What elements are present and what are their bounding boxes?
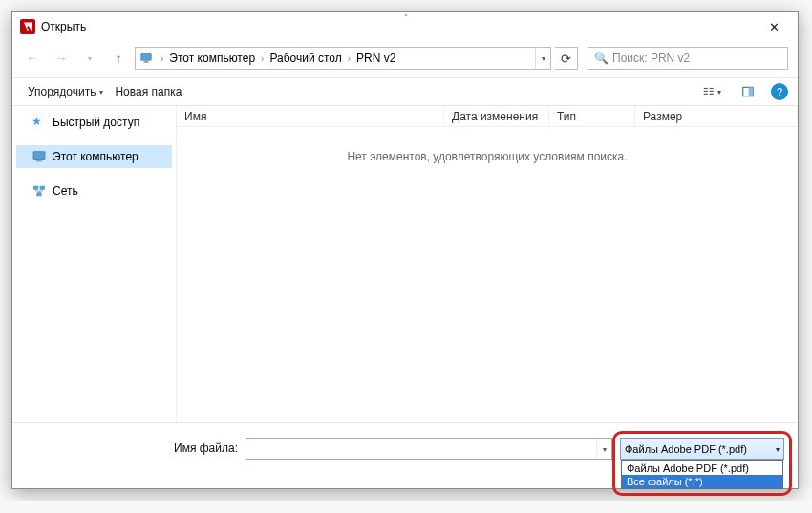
svg-rect-12 xyxy=(37,160,41,160)
file-type-selected: Файлы Adobe PDF (*.pdf) xyxy=(625,443,747,455)
open-file-dialog: Открыть ✕ ← → ▾ ↑ › Этот компьютер › Раб… xyxy=(11,11,799,489)
breadcrumb-item[interactable]: PRN v2 xyxy=(354,52,397,65)
filename-field[interactable] xyxy=(246,442,596,456)
navigation-pane: ★ Быстрый доступ Этот компьютер Сеть xyxy=(12,106,177,422)
filename-input[interactable]: ▾ xyxy=(246,438,612,460)
svg-rect-4 xyxy=(704,91,708,92)
file-type-option[interactable]: Все файлы (*.*) xyxy=(622,475,782,488)
file-type-filter: Файлы Adobe PDF (*.pdf) ▾ Файлы Adobe PD… xyxy=(620,438,784,460)
search-icon: 🔍 xyxy=(594,52,609,65)
chevron-down-icon: ▾ xyxy=(776,445,780,454)
filename-history-dropdown[interactable]: ▾ xyxy=(596,439,611,459)
sidebar-item-label: Этот компьютер xyxy=(53,150,139,163)
search-input[interactable]: 🔍 Поиск: PRN v2 xyxy=(588,47,788,70)
sort-indicator-icon: ˄ xyxy=(404,13,408,22)
preview-pane-button[interactable] xyxy=(731,81,765,102)
sidebar-item-network[interactable]: Сеть xyxy=(16,180,172,203)
svg-rect-6 xyxy=(710,88,714,89)
svg-rect-1 xyxy=(144,61,148,62)
network-icon xyxy=(32,183,47,199)
svg-rect-7 xyxy=(710,91,714,92)
file-type-option[interactable]: Файлы Adobe PDF (*.pdf) xyxy=(622,461,782,475)
pc-icon xyxy=(136,52,157,65)
back-button[interactable]: ← xyxy=(20,47,45,70)
breadcrumb[interactable]: › Этот компьютер › Рабочий стол › PRN v2… xyxy=(135,47,551,70)
svg-rect-5 xyxy=(704,94,708,95)
dialog-title: Открыть xyxy=(41,20,754,33)
chevron-right-icon: › xyxy=(257,53,267,64)
help-button[interactable]: ? xyxy=(771,83,788,100)
chevron-right-icon: › xyxy=(157,53,167,64)
navigation-row: ← → ▾ ↑ › Этот компьютер › Рабочий стол … xyxy=(12,41,798,77)
column-size[interactable]: Размер xyxy=(635,106,798,126)
svg-rect-3 xyxy=(704,88,708,89)
file-list-area: Имя ˄ Дата изменения Тип Размер Нет элем… xyxy=(177,106,798,422)
bottom-panel: Имя файла: ▾ Файлы Adobe PDF (*.pdf) ▾ Ф… xyxy=(12,422,798,488)
search-placeholder: Поиск: PRN v2 xyxy=(612,52,690,65)
forward-button[interactable]: → xyxy=(49,47,74,70)
column-date[interactable]: Дата изменения xyxy=(444,106,549,126)
toolbar: Упорядочить ▾ Новая папка ▾ ? xyxy=(12,77,798,106)
svg-rect-0 xyxy=(141,53,152,60)
recent-locations-button[interactable]: ▾ xyxy=(77,47,102,70)
svg-rect-13 xyxy=(36,161,43,162)
up-button[interactable]: ↑ xyxy=(106,47,131,70)
new-folder-button[interactable]: Новая папка xyxy=(109,82,187,101)
sidebar-item-label: Сеть xyxy=(53,184,78,198)
organize-button[interactable]: Упорядочить ▾ xyxy=(22,82,109,101)
column-headers: Имя ˄ Дата изменения Тип Размер xyxy=(177,106,798,127)
svg-rect-8 xyxy=(710,94,714,95)
breadcrumb-item[interactable]: Этот компьютер xyxy=(167,52,257,65)
file-list: Нет элементов, удовлетворяющих условиям … xyxy=(177,127,798,422)
adobe-icon xyxy=(20,19,35,34)
refresh-button[interactable]: ⟳ xyxy=(555,47,578,70)
filename-label: Имя файла: xyxy=(174,438,238,455)
svg-rect-14 xyxy=(33,186,38,190)
file-type-select[interactable]: Файлы Adobe PDF (*.pdf) ▾ Файлы Adobe PD… xyxy=(620,438,784,460)
svg-rect-15 xyxy=(40,186,45,190)
chevron-down-icon: ▾ xyxy=(99,88,103,96)
column-type[interactable]: Тип xyxy=(549,106,635,126)
view-options-button[interactable]: ▾ xyxy=(694,81,729,102)
organize-label: Упорядочить xyxy=(28,85,96,98)
close-button[interactable]: ✕ xyxy=(754,13,794,40)
sidebar-item-this-pc[interactable]: Этот компьютер xyxy=(16,145,172,168)
sidebar-item-quick-access[interactable]: ★ Быстрый доступ xyxy=(16,111,172,134)
sidebar-item-label: Быстрый доступ xyxy=(53,116,139,129)
file-type-dropdown: Файлы Adobe PDF (*.pdf) Все файлы (*.*) xyxy=(621,460,783,489)
svg-rect-11 xyxy=(33,152,45,160)
svg-rect-16 xyxy=(36,192,41,196)
pc-icon xyxy=(32,149,47,164)
chevron-right-icon: › xyxy=(344,53,354,64)
empty-message: Нет элементов, удовлетворяющих условиям … xyxy=(347,150,627,163)
new-folder-label: Новая папка xyxy=(115,85,182,98)
breadcrumb-dropdown[interactable]: ▾ xyxy=(535,48,550,69)
dialog-body: ★ Быстрый доступ Этот компьютер Сеть Имя… xyxy=(12,106,798,422)
breadcrumb-item[interactable]: Рабочий стол xyxy=(267,52,343,65)
star-icon: ★ xyxy=(32,115,47,130)
svg-rect-10 xyxy=(749,87,754,96)
svg-rect-2 xyxy=(143,62,149,63)
column-name[interactable]: Имя ˄ xyxy=(177,106,444,126)
